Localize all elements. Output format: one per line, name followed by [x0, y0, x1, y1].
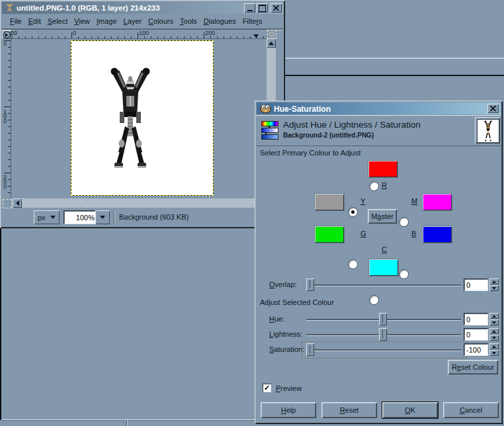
chevron-down-icon: [50, 216, 56, 219]
thumbnail-figure: [478, 120, 499, 142]
arrow-up-icon: [492, 280, 496, 283]
menu-image[interactable]: Image: [97, 17, 117, 25]
overlap-value-field[interactable]: [464, 278, 488, 291]
dialog-titlebar[interactable]: Hue-Saturation: [257, 103, 501, 114]
magenta-swatch-button[interactable]: [422, 193, 452, 211]
dialog-header-subtitle: Background-2 (untitled.PNG): [283, 132, 374, 139]
status-text: Background (603 KB): [119, 213, 189, 221]
hue-saturation-tool-icon: [261, 120, 279, 140]
unit-label: px: [38, 214, 46, 222]
horizontal-ruler[interactable]: 00 0 100 200: [11, 30, 267, 39]
arrow-left-icon: [16, 200, 19, 206]
resize-zoom-toggle[interactable]: [267, 30, 276, 39]
h-ruler-label: 100: [139, 30, 149, 36]
zoom-value-field[interactable]: 100%: [63, 210, 98, 224]
radio-yellow-label: Y: [360, 197, 365, 205]
ok-button[interactable]: OK: [382, 402, 438, 418]
help-button[interactable]: Help: [261, 402, 316, 418]
dialog-close-button[interactable]: [487, 104, 499, 113]
maximize-icon: [259, 5, 266, 12]
menubar: File Edit Select View Image Layer Colour…: [2, 14, 291, 28]
scroll-left-button[interactable]: [13, 198, 22, 208]
cyan-swatch-button[interactable]: [368, 259, 399, 277]
overlap-slider-track[interactable]: [306, 284, 461, 286]
checkmark-icon: ✓: [264, 384, 270, 392]
canvas-figure-image: [110, 65, 151, 171]
menu-dialogues[interactable]: Dialogues: [204, 17, 236, 25]
preview-checkbox[interactable]: ✓: [263, 384, 271, 392]
v-ruler-label: 100: [3, 110, 8, 124]
spin-down-button[interactable]: [489, 285, 499, 291]
menu-tools[interactable]: Tools: [180, 17, 197, 25]
red-swatch-button[interactable]: [368, 160, 398, 178]
radio-green[interactable]: [348, 259, 358, 269]
wilber-icon: [260, 104, 271, 113]
radio-green-label: G: [360, 230, 366, 237]
radio-cyan[interactable]: [369, 295, 379, 305]
hue-saturation-dialog: Hue-Saturation Adjust Hue / Lightness / …: [255, 101, 503, 424]
background-window-left-border: [0, 228, 1, 420]
arrow-down-icon: [492, 337, 496, 339]
quick-mask-toggle[interactable]: [3, 199, 12, 208]
saturation-value-field[interactable]: [464, 343, 488, 356]
master-button[interactable]: Master: [368, 209, 397, 224]
reset-colour-button[interactable]: Reset Colour: [448, 360, 498, 374]
vertical-ruler[interactable]: 0 100 200: [2, 39, 11, 198]
canvas-viewport: [11, 39, 267, 198]
minimize-button[interactable]: [244, 3, 255, 13]
background-window-divider-dark: [285, 75, 504, 76]
overlap-label: Overlap:: [269, 280, 297, 288]
spin-up-button[interactable]: [489, 328, 499, 334]
horizontal-scrollbar-track[interactable]: [22, 198, 267, 208]
zoom-dropdown-button[interactable]: [95, 210, 110, 224]
arrow-down-icon: [492, 287, 496, 290]
scroll-up-button[interactable]: [267, 38, 276, 48]
menu-edit[interactable]: Edit: [28, 17, 41, 25]
lightness-slider-thumb[interactable]: [379, 328, 387, 341]
h-ruler-label: 00: [11, 30, 17, 36]
overlap-spinner: [489, 278, 499, 291]
overlap-slider-thumb[interactable]: [306, 278, 314, 291]
spin-down-button[interactable]: [489, 320, 499, 325]
menu-layer[interactable]: Layer: [124, 17, 142, 25]
close-button[interactable]: [271, 3, 282, 13]
unit-dropdown[interactable]: px: [34, 210, 60, 224]
green-swatch-button[interactable]: [314, 226, 345, 243]
hue-value-field[interactable]: [464, 313, 488, 325]
menu-file[interactable]: File: [10, 17, 22, 25]
reset-button[interactable]: Reset: [321, 402, 377, 418]
spin-up-button[interactable]: [489, 313, 499, 319]
lightness-value-field[interactable]: [464, 328, 488, 341]
image-window-titlebar[interactable]: untitled.PNG-1.0 (RGB, 1 layer) 214x233: [2, 2, 283, 14]
radio-magenta[interactable]: [399, 217, 409, 227]
image-thumbnail-frame: [475, 117, 500, 144]
spin-down-button[interactable]: [489, 335, 499, 341]
radio-yellow[interactable]: [348, 207, 358, 217]
dialog-title: Hue-Saturation: [274, 105, 331, 114]
image-window-icon: [5, 3, 14, 12]
radio-blue[interactable]: [399, 269, 409, 279]
menu-colours[interactable]: Colours: [148, 17, 173, 25]
blue-swatch-button[interactable]: [422, 226, 452, 243]
menu-view[interactable]: View: [74, 17, 90, 25]
radio-red[interactable]: [369, 181, 379, 191]
menu-filters[interactable]: Filters: [243, 17, 263, 25]
yellow-swatch-button[interactable]: [314, 193, 345, 211]
statusbar-separator: [114, 210, 114, 224]
hue-slider-thumb[interactable]: [379, 313, 387, 325]
cancel-button[interactable]: Cancel: [443, 402, 499, 418]
spin-up-button[interactable]: [489, 278, 499, 284]
arrow-up-icon: [269, 42, 274, 45]
ruler-origin-button[interactable]: [2, 30, 11, 39]
canvas[interactable]: [71, 40, 214, 196]
v-ruler-label: 0: [3, 42, 8, 46]
spin-down-button[interactable]: [489, 350, 499, 356]
maximize-button[interactable]: [257, 3, 268, 13]
magnifier-icon: [269, 32, 274, 37]
menu-select[interactable]: Select: [48, 17, 68, 25]
spin-up-button[interactable]: [489, 343, 499, 349]
saturation-slider-thumb[interactable]: [306, 343, 314, 356]
adjust-selected-colour-label: Adjust Selected Colour: [260, 298, 334, 306]
saturation-slider-track[interactable]: [306, 349, 461, 351]
radio-magenta-label: M: [411, 197, 417, 205]
